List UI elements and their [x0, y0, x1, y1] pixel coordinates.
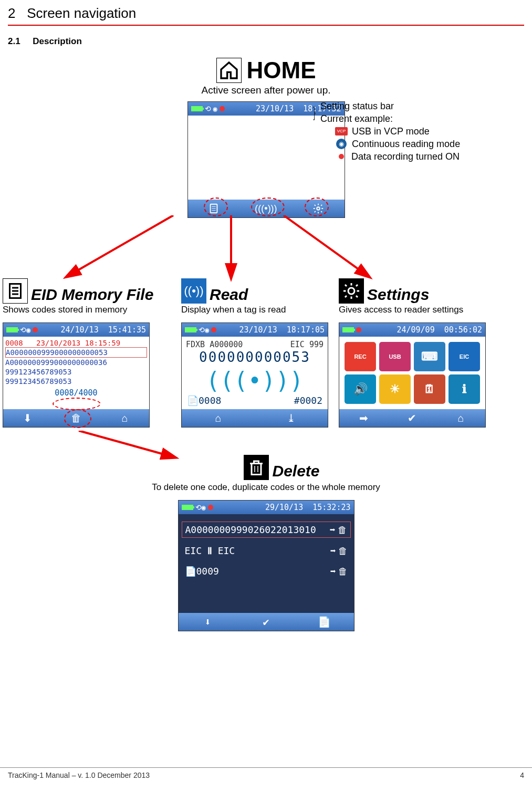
- status-time: 15:32:23: [312, 503, 350, 512]
- annot-item: Data recording turned ON: [335, 150, 460, 163]
- annot-text: USB in VCP mode: [352, 125, 430, 138]
- link-icon: ⟲◉: [199, 326, 209, 334]
- subsection-title: Description: [33, 36, 82, 46]
- settings-tile[interactable]: ☀: [379, 374, 411, 404]
- right-arrow-icon[interactable]: ➡: [353, 412, 374, 424]
- trash-small-icon: 🗑: [338, 566, 348, 577]
- list-header-row: 0008 23/10/2013 18:15:59: [5, 339, 147, 347]
- svg-line-5: [68, 215, 173, 276]
- settings-tile[interactable]: ℹ: [448, 374, 480, 404]
- battery-icon: [191, 106, 203, 111]
- settings-title: Settings: [367, 286, 429, 304]
- trash-small-icon: 🗑: [338, 524, 347, 535]
- home-icon[interactable]: ⌂: [208, 412, 229, 424]
- list-idx: 0008: [5, 339, 23, 347]
- svg-point-12: [348, 288, 354, 294]
- read-sub: Display when a tag is read: [181, 305, 333, 315]
- list-date: 23/10/2013 18:15:59: [36, 339, 120, 347]
- footer-right: 4: [520, 771, 524, 779]
- settings-tile[interactable]: 🗓: [414, 374, 445, 404]
- battery-icon: [342, 327, 354, 332]
- radio-wave-icon: ((•)): [181, 278, 206, 304]
- right-arrow-icon: ➡: [330, 566, 336, 577]
- home-icon[interactable]: ⌂: [451, 412, 472, 424]
- doc-icon[interactable]: 📄: [314, 616, 335, 628]
- annot-line1: Setting status bar: [320, 100, 460, 112]
- bottom-doc-icon[interactable]: [203, 202, 224, 215]
- battery-icon: [182, 505, 193, 510]
- download-icon[interactable]: ⤓: [281, 412, 302, 424]
- doc-list-icon: [3, 278, 28, 304]
- section-header: 2 Screen navigation: [8, 5, 524, 23]
- right-arrow-icon: ➡: [330, 524, 336, 535]
- status-time: 15:41:35: [108, 325, 146, 335]
- check-icon[interactable]: ✔: [402, 412, 423, 424]
- delete-screen-mock: ⟲◉ 29/10/13 15:32:23 A000000099902602201…: [178, 500, 354, 631]
- link-icon: ⟲◉: [195, 503, 206, 512]
- battery-icon: [6, 327, 18, 332]
- read-wave-icon: (((•))): [182, 367, 328, 394]
- continuous-read-icon: ◉: [336, 139, 347, 149]
- annot-text: Data recording turned ON: [351, 150, 460, 163]
- trash-icon: [244, 455, 269, 480]
- delete-row[interactable]: EIC Ⅱ EIC ➡🗑: [182, 543, 351, 558]
- svg-point-4: [317, 207, 320, 210]
- record-dot-icon: [339, 154, 344, 159]
- trash-icon[interactable]: 🗑: [66, 412, 87, 424]
- brace-icon: }: [314, 104, 316, 121]
- read-line1-left: FDXB A000000: [186, 340, 243, 349]
- svg-line-7: [284, 215, 368, 276]
- wave-icon: ◉: [213, 105, 217, 113]
- usb-vcp-icon: VCP: [335, 127, 348, 136]
- status-date: 29/10/13: [265, 503, 303, 512]
- list-item[interactable]: 999123456789053: [5, 377, 147, 386]
- footer-left: TracKing-1 Manual – v. 1.0 December 2013: [8, 771, 150, 779]
- status-time: 18:17:05: [287, 325, 325, 335]
- status-date: 24/10/13: [60, 325, 98, 335]
- list-item[interactable]: 999123456789053: [5, 367, 147, 377]
- subsection-number: 2.1: [8, 36, 20, 46]
- list-item[interactable]: A0000000999000000000053: [5, 347, 147, 358]
- doc-small-icon: 📄: [185, 566, 196, 577]
- page-footer: TracKing-1 Manual – v. 1.0 December 2013…: [0, 767, 532, 783]
- bottom-read-icon[interactable]: (((•))): [255, 202, 276, 215]
- counter: 0008/4000: [5, 388, 147, 398]
- settings-screen-mock: 24/09/09 00:56:02 RECUSB⌨EIC🔊☀🗓ℹ ➡ ✔ ⌂: [339, 322, 486, 428]
- home-title: HOME: [247, 57, 316, 84]
- list-item[interactable]: A0000000999000000000036: [5, 358, 147, 367]
- check-icon[interactable]: ✔: [255, 616, 276, 628]
- settings-tile[interactable]: ⌨: [414, 342, 445, 371]
- record-dot-icon: [33, 327, 38, 332]
- status-date: 23/10/13: [239, 325, 277, 335]
- bottom-gear-icon[interactable]: [308, 202, 329, 215]
- settings-tile[interactable]: 🔊: [345, 374, 376, 404]
- down-arrow-icon[interactable]: ⬇: [17, 412, 38, 424]
- delete-title: Delete: [272, 462, 319, 480]
- annot-text: Continuous reading mode: [352, 138, 460, 150]
- settings-sub: Gives access to reader settings: [339, 305, 528, 315]
- record-dot-icon: [211, 327, 216, 332]
- section-title: Screen navigation: [27, 5, 136, 21]
- home-subtitle: Active screen after power up.: [8, 85, 524, 96]
- down-arrow-icon[interactable]: ⬇: [197, 616, 218, 628]
- annot-item: ◉ Continuous reading mode: [335, 138, 460, 150]
- record-dot-icon: [220, 106, 225, 111]
- delete-row[interactable]: 📄0009 ➡🗑: [182, 564, 351, 579]
- record-dot-icon: [208, 505, 213, 510]
- settings-tile[interactable]: EIC: [448, 342, 480, 371]
- status-date: 24/09/09: [397, 325, 434, 335]
- settings-tile[interactable]: REC: [345, 342, 376, 371]
- arrow-group: [0, 215, 532, 284]
- home-icon[interactable]: ⌂: [114, 412, 135, 424]
- read-bl-left: 0008: [199, 395, 221, 406]
- status-annotation: Setting status bar Current example: VCP …: [320, 100, 460, 163]
- settings-tile[interactable]: USB: [379, 342, 411, 371]
- record-dot-icon: [356, 327, 361, 332]
- status-date: 23/10/13: [256, 104, 294, 113]
- section-rule: [8, 25, 524, 26]
- subsection-header: 2.1 Description: [8, 36, 524, 47]
- eid-title: EID Memory File: [31, 286, 153, 304]
- link-icon: ⟲◉: [20, 326, 30, 334]
- doc-small-icon: 📄: [187, 395, 199, 406]
- delete-row[interactable]: A0000000999026022013010 ➡🗑: [182, 522, 351, 538]
